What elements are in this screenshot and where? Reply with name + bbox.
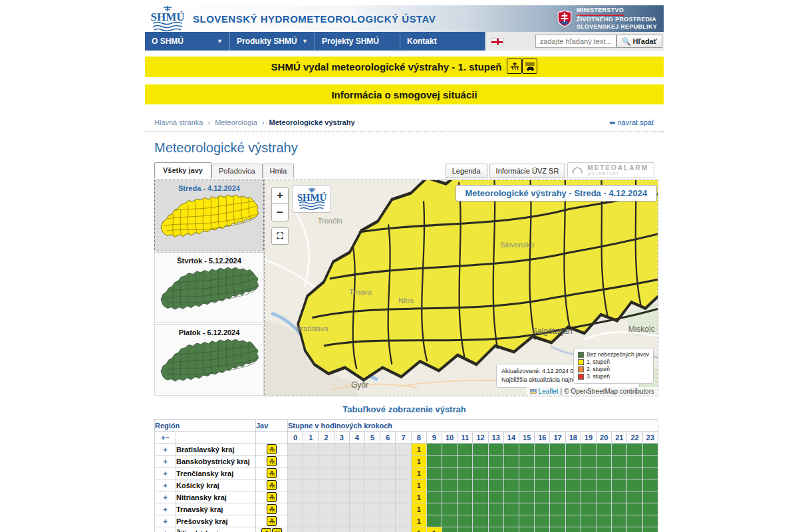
hour-cell-16	[535, 456, 550, 467]
uvz-info-button[interactable]: Informácie ÚVZ SR	[489, 164, 566, 178]
day-thumbnail-1[interactable]: Štvrtok - 5.12.2024	[154, 252, 264, 324]
hour-cell-0	[288, 456, 303, 467]
hour-cell-17	[550, 503, 565, 515]
hour-cell-21	[612, 444, 627, 456]
hour-cell-9	[426, 467, 442, 479]
search-button[interactable]: 🔍Hľadať	[616, 35, 662, 48]
row-expander[interactable]: +	[155, 503, 176, 515]
osm-link[interactable]: © OpenStreetMap contributors	[564, 388, 654, 395]
hour-cell-14	[503, 515, 519, 527]
warning-ice-icon[interactable]	[267, 516, 277, 526]
nav-item-3[interactable]: Kontakt	[400, 32, 485, 51]
row-expander[interactable]: +	[155, 491, 176, 503]
hour-cell-11	[458, 527, 473, 532]
nav-item-2[interactable]: Projekty SHMÚ	[315, 32, 400, 51]
breadcrumb-meteorologia[interactable]: Meteorológia	[215, 118, 257, 126]
hour-cell-4	[349, 503, 364, 515]
zoom-in-button[interactable]: +	[271, 187, 289, 204]
table-row: +Nitriansky kraj1	[155, 491, 658, 503]
search-icon: 🔍	[622, 37, 631, 46]
region-name: Bratislavský kraj	[176, 444, 256, 456]
warning-map[interactable]: + − ⛶ Meteorologické výstrahy - Streda -…	[264, 180, 658, 396]
zoom-out-button[interactable]: −	[271, 204, 289, 221]
day-thumbnail-2[interactable]: Piatok - 6.12.2024	[154, 324, 264, 396]
hour-cell-15	[519, 444, 535, 456]
hour-cell-10	[442, 491, 458, 503]
smog-banner[interactable]: Informácia o smogovej situácii	[145, 84, 664, 104]
row-expander[interactable]: +	[155, 444, 176, 456]
hour-cell-10	[442, 527, 458, 532]
hour-cell-23	[642, 515, 658, 527]
smog-banner-text: Informácia o smogovej situácii	[331, 89, 477, 100]
map-attribution[interactable]: Leaflet | © OpenStreetMap contributors	[527, 387, 658, 396]
ministry-block[interactable]: MINISTERSTVO ŽIVOTNÉHO PROSTREDIA SLOVEN…	[557, 7, 657, 31]
hour-cell-2	[319, 527, 334, 532]
hour-header-11: 11	[458, 432, 473, 444]
hour-cell-10	[442, 444, 458, 456]
map-label-győr: Győr	[351, 380, 368, 390]
hour-cell-22	[627, 527, 642, 532]
warning-ice-icon[interactable]	[507, 59, 522, 74]
legend-color-swatch	[578, 374, 584, 380]
search-input[interactable]	[535, 35, 616, 48]
map-label-trnava: Trnava	[349, 288, 372, 296]
hour-cell-4	[349, 456, 364, 467]
tab-hmla[interactable]: Hmla	[263, 164, 295, 178]
tab-poľadovica[interactable]: Poľadovica	[211, 164, 263, 178]
warning-fog-icon[interactable]	[522, 59, 537, 74]
warning-ice-icon[interactable]	[267, 480, 277, 490]
warning-ice-icon[interactable]	[267, 492, 277, 502]
hour-cell-9	[426, 456, 442, 467]
hour-cell-6	[380, 503, 396, 515]
map-legend-item: 1. stupeň	[578, 358, 649, 366]
row-expander[interactable]: +	[155, 527, 176, 532]
hour-cell-20	[597, 456, 612, 467]
language-flag-icon[interactable]	[491, 38, 503, 45]
row-expander[interactable]: +	[155, 456, 176, 467]
fullscreen-button[interactable]: ⛶	[271, 227, 289, 245]
hour-header-12: 12	[473, 432, 488, 444]
hour-cell-16	[535, 527, 550, 532]
row-expander[interactable]: +	[155, 479, 176, 491]
hour-cell-6	[380, 456, 396, 467]
warning-ice-icon[interactable]	[267, 456, 277, 466]
map-shmu-logo[interactable]	[293, 185, 331, 213]
leaflet-link[interactable]: Leaflet	[539, 388, 559, 395]
hour-cell-11	[458, 467, 473, 479]
warning-ice-icon[interactable]	[267, 468, 277, 478]
hour-cell-13	[488, 444, 503, 456]
hour-cell-15	[519, 491, 535, 503]
tab-všetky-javy[interactable]: Všetky javy	[154, 162, 211, 178]
nav-right: 🔍Hľadať	[485, 32, 664, 51]
nav-item-0[interactable]: O SHMÚ▼	[145, 32, 230, 51]
expand-collapse-all[interactable]: +−	[155, 432, 176, 444]
hour-cell-10	[442, 456, 458, 467]
hour-cell-13	[488, 503, 503, 515]
breadcrumb-current: Meteorologické výstrahy	[269, 118, 355, 126]
region-name: Prešovský kraj	[176, 515, 256, 527]
warning-ice-icon[interactable]	[267, 444, 277, 454]
shmu-logo[interactable]: SLOVENSKÝ HYDROMETEOROLOGICKÝ ÚSTAV	[145, 5, 436, 33]
row-expander[interactable]: +	[155, 467, 176, 479]
day-thumbnail-0[interactable]: Streda - 4.12.2024	[154, 180, 264, 251]
nav-item-1[interactable]: Produkty SHMÚ▼	[230, 32, 315, 51]
hour-cell-6	[380, 527, 396, 532]
meteoalarm-button[interactable]: METEOALARM @EUMETNET	[567, 162, 654, 178]
warning-banner[interactable]: SHMÚ vydal meteorologické výstrahy - 1. …	[145, 57, 664, 77]
hour-cell-8: 1	[411, 456, 426, 467]
hour-cell-5	[365, 491, 380, 503]
hour-cell-15	[519, 479, 535, 491]
breadcrumb-home[interactable]: Hlavná stránka	[154, 118, 203, 126]
hour-cell-21	[612, 479, 627, 491]
warning-ice-icon[interactable]	[267, 504, 277, 514]
warning-fog-icon[interactable]	[272, 528, 282, 532]
hour-cell-20	[597, 503, 612, 515]
warning-ice-icon[interactable]	[261, 528, 271, 532]
hour-header-0: 0	[288, 432, 303, 444]
tabs-row: Všetky javyPoľadovicaHmla Legenda Inform…	[154, 162, 654, 178]
back-link[interactable]: ⬅ návrat späť	[609, 118, 654, 127]
legend-button[interactable]: Legenda	[446, 164, 487, 178]
hour-cell-2	[319, 479, 334, 491]
row-expander[interactable]: +	[155, 515, 176, 527]
hour-cell-18	[565, 456, 581, 467]
